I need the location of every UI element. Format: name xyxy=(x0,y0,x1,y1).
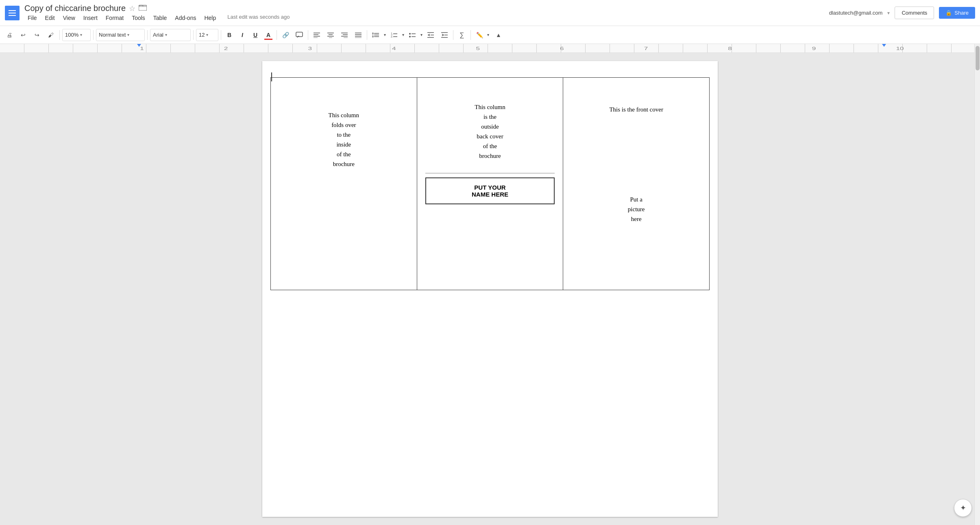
font-value: Arial xyxy=(153,32,163,38)
zoom-arrow: ▾ xyxy=(80,33,82,37)
menu-bar: File Edit View Insert Format Tools Table… xyxy=(24,14,829,22)
svg-rect-0 xyxy=(139,5,147,11)
zoom-value: 100% xyxy=(65,32,78,38)
separator-5 xyxy=(221,30,221,40)
column-1-text: This column folds over to the inside of … xyxy=(279,86,409,169)
ruler-content: 1 2 3 4 5 6 7 8 9 10 xyxy=(0,44,980,52)
column-1-cell[interactable]: This column folds over to the inside of … xyxy=(271,78,417,290)
ruler-right-marker[interactable] xyxy=(882,44,886,47)
menu-addons[interactable]: Add-ons xyxy=(172,14,199,22)
menu-format[interactable]: Format xyxy=(102,14,127,22)
svg-text:6: 6 xyxy=(560,46,564,51)
ruler-svg: 1 2 3 4 5 6 7 8 9 10 xyxy=(0,44,980,53)
user-email[interactable]: dlastutech@gmail.com xyxy=(829,10,883,16)
bullet-list-button[interactable] xyxy=(406,29,418,41)
size-selector[interactable]: 12 ▾ xyxy=(196,29,218,41)
increase-indent-button[interactable] xyxy=(438,29,451,41)
explore-icon: ✦ xyxy=(960,503,966,512)
app-menu-button[interactable] xyxy=(5,6,24,20)
separator-2 xyxy=(93,30,94,40)
scrollbar-area xyxy=(974,44,980,525)
decrease-indent-button[interactable] xyxy=(425,29,437,41)
comments-button[interactable]: Comments xyxy=(895,7,934,19)
svg-text:8: 8 xyxy=(728,46,732,51)
font-selector[interactable]: Arial ▾ xyxy=(150,29,191,41)
align-right-button[interactable] xyxy=(338,29,351,41)
size-value: 12 xyxy=(199,32,205,38)
paint-format-button[interactable]: 🖌 xyxy=(45,29,57,41)
lock-icon: 🔒 xyxy=(945,10,952,16)
scrollbar-thumb[interactable] xyxy=(976,46,980,70)
svg-text:10: 10 xyxy=(896,46,904,51)
svg-point-27 xyxy=(409,36,411,37)
document-area: This column folds over to the inside of … xyxy=(0,53,980,525)
separator-9 xyxy=(453,30,453,40)
size-arrow: ▾ xyxy=(206,33,208,37)
font-arrow: ▾ xyxy=(165,33,167,37)
page: This column folds over to the inside of … xyxy=(262,61,718,517)
folder-icon xyxy=(139,4,147,13)
column-2-cell[interactable]: This column is the outside back cover of… xyxy=(417,78,563,290)
menu-insert[interactable]: Insert xyxy=(80,14,101,22)
menu-tools[interactable]: Tools xyxy=(128,14,148,22)
svg-text:1: 1 xyxy=(140,46,144,51)
collapse-toolbar-button[interactable]: ▲ xyxy=(492,29,505,41)
undo-button[interactable]: ↩ xyxy=(17,29,29,41)
column-2-top-text: This column is the outside back cover of… xyxy=(425,86,555,169)
underline-button[interactable]: U xyxy=(250,29,261,41)
style-selector[interactable]: Normal text ▾ xyxy=(96,29,145,41)
column-3-top-text: This is the front cover xyxy=(571,86,701,195)
insert-comment-button[interactable] xyxy=(293,29,305,41)
svg-text:4: 4 xyxy=(392,46,396,51)
style-value: Normal text xyxy=(99,32,126,38)
hamburger-icon[interactable] xyxy=(5,6,20,20)
svg-text:3: 3 xyxy=(308,46,312,51)
menu-edit[interactable]: Edit xyxy=(42,14,58,22)
share-label: Share xyxy=(954,10,969,16)
svg-text:9: 9 xyxy=(812,46,816,51)
menu-help[interactable]: Help xyxy=(201,14,219,22)
formula-button[interactable]: ∑ xyxy=(456,29,468,41)
bold-button[interactable]: B xyxy=(224,29,235,41)
ruler-left-marker[interactable] xyxy=(137,44,141,47)
star-icon[interactable]: ☆ xyxy=(129,4,135,13)
pen-tool-button[interactable]: ✏️ xyxy=(473,29,486,41)
insert-link-button[interactable]: 🔗 xyxy=(279,29,292,41)
column-2-bottom-space xyxy=(425,208,555,282)
separator-1 xyxy=(59,30,60,40)
menu-view[interactable]: View xyxy=(60,14,78,22)
separator-10 xyxy=(470,30,471,40)
toolbar: 🖨 ↩ ↪ 🖌 100% ▾ Normal text ▾ Arial ▾ 12 … xyxy=(0,26,980,44)
svg-text:2: 2 xyxy=(224,46,228,51)
explore-button[interactable]: ✦ xyxy=(954,499,972,517)
svg-text:7: 7 xyxy=(644,46,648,51)
print-button[interactable]: 🖨 xyxy=(3,29,15,41)
svg-point-25 xyxy=(409,33,411,35)
align-left-button[interactable] xyxy=(311,29,323,41)
align-justify-button[interactable] xyxy=(352,29,364,41)
name-box[interactable]: PUT YOUR NAME HERE xyxy=(425,177,555,204)
line-spacing-button[interactable] xyxy=(370,29,382,41)
numbered-list-button[interactable]: 1.2. xyxy=(388,29,400,41)
document-title[interactable]: Copy of chiccarine brochure xyxy=(24,4,126,13)
align-center-button[interactable] xyxy=(324,29,337,41)
cursor xyxy=(271,72,272,81)
zoom-selector[interactable]: 100% ▾ xyxy=(62,29,91,41)
name-box-line1: PUT YOUR xyxy=(474,184,505,191)
separator-6 xyxy=(277,30,277,40)
share-button[interactable]: 🔒 Share xyxy=(939,7,975,19)
column-3-cell[interactable]: This is the front cover Put a picture he… xyxy=(563,78,710,290)
table-row: This column folds over to the inside of … xyxy=(271,78,710,290)
document-title-area: Copy of chiccarine brochure ☆ File Edit … xyxy=(24,4,829,22)
top-bar: Copy of chiccarine brochure ☆ File Edit … xyxy=(0,0,980,26)
text-color-button[interactable]: A xyxy=(263,29,274,41)
separator-8 xyxy=(367,30,367,40)
last-edit-status: Last edit was seconds ago xyxy=(227,14,290,22)
menu-table[interactable]: Table xyxy=(150,14,170,22)
separator-7 xyxy=(308,30,308,40)
italic-button[interactable]: I xyxy=(237,29,248,41)
style-arrow: ▾ xyxy=(127,33,129,37)
redo-button[interactable]: ↪ xyxy=(31,29,43,41)
menu-file[interactable]: File xyxy=(24,14,40,22)
svg-text:5: 5 xyxy=(476,46,480,51)
